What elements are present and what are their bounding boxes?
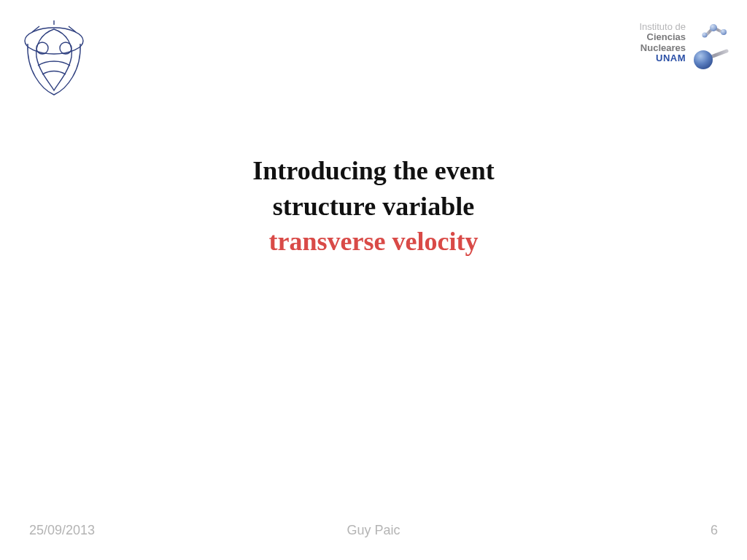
slide-footer: 25/09/2013 Guy Paic 6 (0, 523, 747, 538)
icn-unam-logo: Instituto de Ciencias Nucleares UNAM (630, 22, 732, 73)
svg-point-6 (694, 50, 713, 69)
slide: Instituto de Ciencias Nucleares UNAM (0, 0, 747, 560)
molecule-icon (692, 22, 732, 73)
logo-right-line4: UNAM (639, 53, 686, 63)
logo-right-line3: Nucleares (639, 43, 686, 53)
svg-point-0 (25, 28, 83, 54)
title-line3: transverse velocity (252, 224, 494, 260)
footer-date: 25/09/2013 (29, 523, 95, 538)
svg-point-8 (721, 29, 727, 35)
slide-title: Introducing the event structure variable… (252, 153, 494, 260)
svg-point-2 (60, 42, 71, 54)
footer-author: Guy Paic (347, 523, 400, 538)
title-line1: Introducing the event (252, 153, 494, 189)
unam-crest-icon (19, 19, 89, 96)
logo-right-line1: Instituto de (639, 22, 686, 32)
svg-point-9 (703, 33, 708, 38)
unam-crest-logo (19, 19, 89, 96)
footer-page-number: 6 (711, 523, 718, 538)
svg-point-1 (36, 42, 48, 54)
svg-point-7 (710, 24, 717, 31)
title-line2: structure variable (252, 189, 494, 225)
logo-right-line2: Ciencias (639, 32, 686, 42)
